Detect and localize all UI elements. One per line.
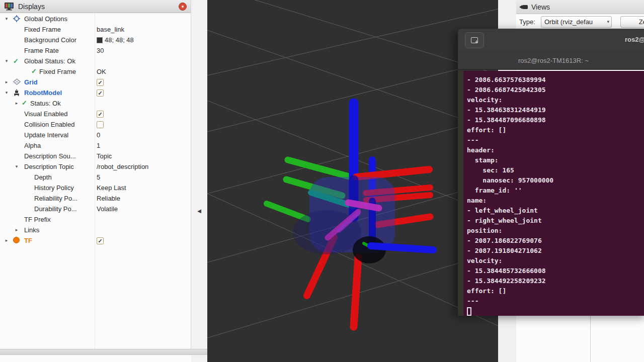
enabled-checkbox[interactable]: ✓ [97,79,104,86]
lower-panel-area [0,355,191,362]
camera-icon [519,4,528,10]
property-name: Depth [34,172,52,183]
property-name: TF Prefix [24,214,51,225]
tree-row[interactable]: Durability Po... Volatile [0,204,191,214]
terminal-body[interactable]: - 2086.6637576389994- 2086.6687425042305… [458,71,644,316]
property-value[interactable]: base_link [97,24,124,35]
chevron-expanded-icon[interactable]: ▾ [4,87,10,98]
terminal-cursor [467,307,471,316]
property-name: Collision Enabled [24,119,74,130]
terminal-line: - 2087.186822769076 [467,236,553,246]
chevron-expanded-icon[interactable]: ▾ [4,56,10,66]
tf-warning-icon [13,237,21,244]
panel-collapse-handle[interactable]: ◀ [195,205,204,216]
terminal-tab-title: ros2@ros2-TM1613R: ~ [518,57,589,64]
tree-row[interactable]: ▸ TF ✓ [0,235,191,246]
tree-row[interactable]: ▸ Grid ✓ [0,77,191,87]
terminal-tab-bar[interactable]: ros2@ros2-TM1613R: ~ [458,52,644,70]
terminal-left-margin [458,71,463,316]
view-type-dropdown[interactable]: Orbit (rviz_defau ▾ [541,16,612,28]
tree-row[interactable]: ▾ Global Options [0,14,191,24]
property-name: Background Color [24,35,76,45]
views-panel-header[interactable]: Views [516,0,644,14]
terminal-line: header: [467,145,553,155]
tree-row[interactable]: Update Interval 0 [0,130,191,140]
chevron-collapsed-icon[interactable]: ▸ [4,77,10,87]
tree-row[interactable]: Alpha 1 [0,140,191,151]
check-icon: ✓ [13,57,21,65]
panel-gutter-left: ◀ [191,0,207,362]
terminal-line: velocity: [467,95,553,105]
tree-row[interactable]: ✓ Fixed Frame OK [0,66,191,77]
tree-row[interactable]: Collision Enabled [0,119,191,130]
property-value[interactable]: 48; 48; 48 [97,35,134,45]
close-icon[interactable] [179,3,187,11]
tree-row[interactable]: Background Color 48; 48; 48 [0,35,191,45]
zero-button[interactable]: Zero [620,16,644,28]
property-value[interactable]: Reliable [97,193,120,204]
robot-icon [13,89,21,97]
chevron-expanded-icon[interactable]: ▾ [4,14,10,24]
property-name: Grid [24,77,38,87]
gear-icon [13,15,21,23]
tree-row[interactable]: Visual Enabled ✓ [0,109,191,119]
tree-row[interactable]: ▾ ✓ Global Status: Ok [0,56,191,66]
property-value[interactable]: 0 [97,130,100,140]
property-name: Status: Ok [30,98,61,109]
displays-panel-title: Displays [18,3,45,11]
tree-row[interactable]: History Policy Keep Last [0,183,191,193]
tree-row[interactable]: ▾ RobotModel ✓ [0,87,191,98]
terminal-line: - 15.384487096680898 [467,115,553,125]
tree-row[interactable]: Fixed Frame base_link [0,24,191,35]
property-name: Global Options [24,14,67,24]
property-value[interactable]: Keep Last [97,183,126,193]
terminal-window[interactable]: ros2@ ros2@ros2-TM1613R: ~ - 2086.663757… [458,29,644,316]
chevron-collapsed-icon[interactable]: ▸ [14,225,20,235]
tree-row[interactable]: Depth 5 [0,172,191,183]
property-value[interactable]: 1 [97,140,100,151]
terminal-line: - 2086.6637576389994 [467,75,553,85]
3d-scene [207,0,498,362]
tree-row[interactable]: Frame Rate 30 [0,45,191,56]
new-tab-button[interactable] [465,32,484,48]
enabled-checkbox[interactable]: ✓ [97,89,104,97]
property-name: Links [24,225,39,235]
tree-row[interactable]: ▸ ✓ Status: Ok [0,98,191,109]
property-value[interactable]: 5 [97,172,100,183]
displays-panel-header[interactable]: Displays [0,0,191,13]
terminal-output: - 2086.6637576389994- 2086.6687425042305… [467,75,553,316]
chevron-collapsed-icon[interactable]: ▸ [14,98,20,109]
terminal-header-bar[interactable]: ros2@ [458,29,644,52]
panel-splitter[interactable] [0,349,207,355]
chevron-collapsed-icon[interactable]: ▸ [4,235,10,246]
property-name: Fixed Frame [39,66,76,77]
render-viewport[interactable] [207,0,498,362]
property-value[interactable]: /robot_description [97,161,148,172]
tree-row[interactable]: Description Sou... Topic [0,151,191,161]
chevron-down-icon: ▾ [607,17,609,27]
chevron-left-icon: ◀ [197,208,201,214]
tree-row[interactable]: TF Prefix [0,214,191,225]
view-type-row: Type: Orbit (rviz_defau ▾ Zero [516,14,644,29]
property-value[interactable]: Topic [97,151,112,161]
tree-row[interactable]: ▾ Description Topic /robot_description [0,161,191,172]
property-name: RobotModel [24,87,62,98]
property-value[interactable]: 30 [97,45,104,56]
property-value[interactable]: Volatile [97,204,118,214]
enabled-checkbox[interactable]: ✓ [97,237,104,244]
terminal-line: name: [467,196,553,206]
terminal-line: - 15.384485732666008 [467,266,553,276]
terminal-line: - right_wheel_joint [467,216,553,226]
visual-enabled-checkbox[interactable]: ✓ [97,111,104,118]
tree-row[interactable]: ▸ Links [0,225,191,235]
displays-panel: Displays ▾ Global Options Fixed Frame ba… [0,0,191,349]
property-name: TF [24,235,32,246]
property-name: Frame Rate [24,45,59,56]
tree-row[interactable]: Reliability Po... Reliable [0,193,191,204]
tree-column-divider [95,14,95,349]
chevron-expanded-icon[interactable]: ▾ [14,161,20,172]
collision-enabled-checkbox[interactable] [97,121,104,128]
property-name: Alpha [24,140,41,151]
terminal-line: sec: 165 [467,165,553,175]
terminal-line: - 15.384638312484919 [467,105,553,115]
